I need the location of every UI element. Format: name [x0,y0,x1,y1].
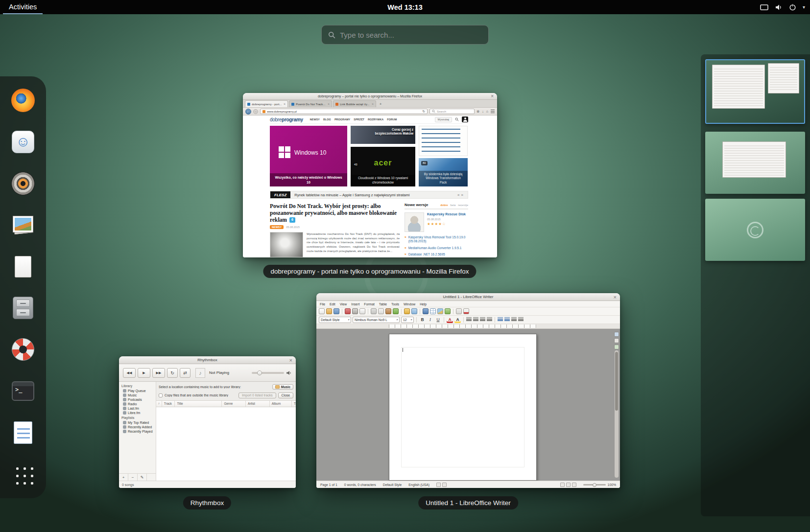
zoom-slider [583,484,606,486]
app-grid-icon [12,463,34,485]
copy-files-label: Copy files that are outside the music li… [165,393,228,397]
clock[interactable]: Wed 13:13 [387,3,422,11]
menu-view: View [340,302,347,306]
underline-button: U [435,317,441,323]
mini-window [722,141,786,178]
dock-item-rhythmbox[interactable] [9,169,37,198]
search-input[interactable] [340,31,482,39]
terminal-icon: >_ [12,381,34,401]
single-page-icon [560,483,565,487]
window-preview-firefox[interactable]: dobreprogramy – portal nie tylko o oprog… [243,93,497,257]
indent-increase-icon [511,317,517,322]
tab-label: dobreprogramy - port... [252,103,282,106]
search-bar[interactable] [321,25,489,45]
article-body: Wprowadzenie mechanizmu Do Not Track (DN… [270,232,400,257]
next-icon: » [461,193,465,197]
dock-item-chat[interactable]: ☺ [9,128,37,156]
home-icon: ⌂ [486,110,488,113]
bold-button: B [419,317,426,323]
separator [342,309,342,314]
spelling-icon [463,308,469,314]
flesz-text: Rynek tabletów na minusie – Apple i Sams… [290,193,454,197]
back-button: ← [245,109,251,115]
nav-newsy: NEWSY [310,118,320,121]
sidebar-toolbar: + − ✎ [119,473,156,481]
rhythmbox-sidebar: Library Play Queue Music Podcasts Radio … [119,382,156,481]
shuffle-button: ⇄ [180,368,191,378]
previous-button: ◀◀ [123,368,136,378]
window-title-label-rhythmbox: Rhythmbox [183,496,231,509]
song-count: 0 songs [122,483,134,486]
activities-button[interactable]: Activities [3,0,43,14]
rhythmbox-body: Library Play Queue Music Podcasts Radio … [119,382,296,481]
sidebar-item-librefm: Libre.fm [119,411,156,415]
article-title: Powrót Do Not Track. Wybór jest prosty: … [270,203,397,223]
system-status-area[interactable]: ▾ [760,0,805,14]
tile-windows10: Windows 10 Wszystko, co należy wiedzieć … [270,126,347,186]
item-text: Kaspersky Virus Removal Tool 15.0.19.0 (… [408,235,468,244]
firefox-icon [11,89,35,112]
nav-forum: FORUM [387,118,397,121]
column-genre: Genre [222,401,246,407]
redo-icon [411,308,417,314]
separator [416,317,417,323]
dock-item-documents[interactable] [9,253,37,281]
rhythmbox-statusbar: 0 songs [119,481,296,488]
slider-knob [257,370,262,375]
search-placeholder: Search [437,110,446,113]
article-image [270,232,303,257]
item-label: Last.fm [128,407,139,410]
show-applications-button[interactable] [9,460,37,488]
webpage-dobreprogramy: dobreprogramy NEWSY BLOG PROGRAMY SPRZĘT… [243,116,497,257]
dock-item-photos[interactable] [9,211,37,239]
separator [444,317,444,323]
import-actions-row: Copy files that are outside the music li… [159,391,293,399]
featured-date: 05.08.2015 [427,218,466,221]
item-label: Music [128,393,137,397]
window-preview-writer[interactable]: Untitled 1 - LibreOffice Writer × File E… [316,293,620,488]
dock-item-terminal[interactable]: >_ [9,377,37,405]
dock-item-libreoffice-writer[interactable] [9,418,37,447]
clock-icon [123,425,126,429]
tab-close-icon: × [328,102,330,106]
volume-icon [775,4,783,11]
text-cursor [403,348,403,352]
paste-icon [385,308,391,314]
browser-toolbar-icons: ☆ ↓ ⌂ [476,110,495,114]
copy-icon [378,308,384,314]
workspace-thumbnail-1-active[interactable] [705,59,805,124]
bullet-icon: » [405,235,406,244]
font-color-button: A [447,317,453,323]
track-list-header: ♪ Track Title Genre Artist Album Time [156,401,296,407]
workspace-thumbnail-2[interactable] [705,132,805,194]
reload-icon: ↻ [423,110,425,114]
history-icon [123,430,126,433]
windows-title: Windows 10 [294,149,326,156]
dock-item-firefox[interactable] [9,86,37,115]
navigator-icon [614,345,619,349]
sidebar-item-podcasts: Podcasts [119,397,156,402]
playlists-header: Playlists [119,415,156,420]
workspace-thumbnail-3[interactable] [705,199,805,261]
display-icon [760,4,768,11]
insert-table-icon [430,308,436,314]
dock-item-files[interactable] [9,294,37,322]
top-bar: Activities Wed 13:13 ▾ [0,0,810,14]
tile-mac-security: Coraz gorzej z bezpieczeństwem Maków [351,126,415,144]
menu-tools: Tools [391,302,399,306]
photos-icon [12,216,34,234]
url-bar: www.dobreprogramy.pl ↻ [260,109,428,114]
tab-label: Powrót Do Not Track... [296,103,326,106]
item-label: Recently Added [128,425,152,429]
export-pdf-icon [345,308,351,314]
separator [368,309,368,314]
column-track: Track [162,401,175,407]
lastfm-icon [123,407,126,410]
tab-label: Link Bubble wciąż ży... [340,103,370,106]
undo-icon [404,308,410,314]
dock-item-help[interactable] [9,335,37,364]
ruler-ticks [389,324,537,328]
favicon [247,103,250,106]
window-preview-rhythmbox[interactable]: Rhythmbox × ◀◀ ▶ ▶▶ ↻ ⇄ ♪ Not Playing Li… [119,356,296,488]
tab-do-not-track: Powrót Do Not Track... × [289,100,332,107]
